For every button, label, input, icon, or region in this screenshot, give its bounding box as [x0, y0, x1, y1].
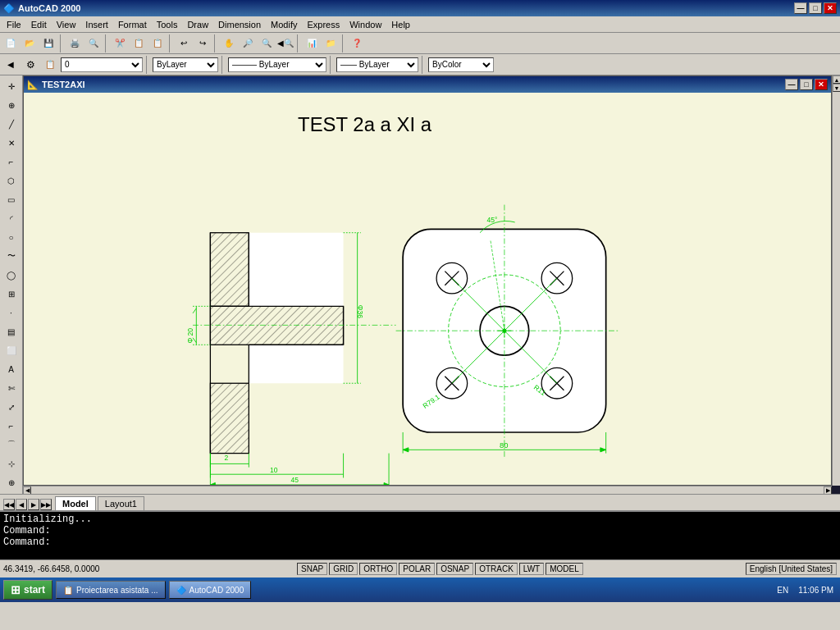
layer-props-button[interactable]: 📋 — [41, 56, 59, 74]
move-tool[interactable]: ⊹ — [2, 454, 21, 472]
sep-l1 — [146, 56, 149, 74]
menu-insert[interactable]: Insert — [80, 18, 113, 31]
construction-line-tool[interactable]: ✕ — [2, 134, 21, 152]
command-input[interactable] — [57, 536, 176, 548]
osnap-toggle[interactable]: OSNAP — [436, 563, 473, 575]
block-tool[interactable]: ⊞ — [2, 285, 21, 303]
arc-tool[interactable]: ◜ — [2, 209, 21, 227]
snap-toggle[interactable]: SNAP — [297, 563, 327, 575]
hatch-tool[interactable]: ▤ — [2, 322, 21, 340]
layer-select[interactable]: 0 — [61, 57, 143, 72]
color-select[interactable]: ByLayer — [153, 57, 218, 72]
polyline-tool[interactable]: ⌐ — [2, 153, 21, 171]
zoom-window-button[interactable]: 🔍 — [258, 34, 276, 52]
inner-maximize-button[interactable]: □ — [800, 79, 813, 90]
layer-prev-button[interactable]: ◀ — [2, 56, 20, 74]
chamfer-tool[interactable]: ⌐ — [2, 417, 21, 435]
ellipse-tool[interactable]: ◯ — [2, 266, 21, 284]
zoom-prev-button[interactable]: ◀🔍 — [276, 34, 294, 52]
crosshair-tool[interactable]: ✛ — [2, 77, 21, 95]
tab-layout1[interactable]: Layout1 — [98, 496, 144, 510]
start-button[interactable]: ⊞ start — [3, 580, 52, 600]
region-tool[interactable]: ⬜ — [2, 341, 21, 359]
tab-prev-button[interactable]: ◀ — [16, 499, 27, 510]
tab-model[interactable]: Model — [55, 496, 96, 510]
zoom-realtime-button[interactable]: 🔎 — [239, 34, 257, 52]
menu-draw[interactable]: Draw — [182, 18, 213, 31]
linetype-select[interactable]: ——— ByLayer — [228, 57, 326, 72]
copy-tool[interactable]: ⊕ — [2, 473, 21, 491]
menu-view[interactable]: View — [52, 18, 81, 31]
svg-text:80: 80 — [500, 441, 508, 450]
sep2 — [105, 34, 108, 52]
pan-button[interactable]: ✋ — [220, 34, 238, 52]
save-button[interactable]: 💾 — [39, 34, 57, 52]
tab-last-button[interactable]: ▶▶ — [40, 499, 52, 510]
trim-tool[interactable]: ✄ — [2, 379, 21, 397]
properties-button[interactable]: 📊 — [303, 34, 321, 52]
maximize-button[interactable]: □ — [809, 2, 822, 14]
text-tool[interactable]: A — [2, 492, 21, 494]
model-toggle[interactable]: MODEL — [546, 563, 583, 575]
taskbar-item-autocad[interactable]: 🔷 AutoCAD 2000 — [169, 581, 252, 599]
scroll-left-button[interactable]: ◀ — [23, 486, 31, 494]
polygon-tool[interactable]: ⬡ — [2, 171, 21, 189]
menu-express[interactable]: Express — [302, 18, 345, 31]
rectangle-tool[interactable]: ▭ — [2, 190, 21, 208]
extend-tool[interactable]: ⤢ — [2, 398, 21, 416]
point-tool[interactable]: · — [2, 304, 21, 322]
scroll-down-button[interactable]: ▼ — [833, 84, 840, 92]
grid-toggle[interactable]: GRID — [329, 563, 358, 575]
drawing-area[interactable]: 📐 TEST2AXI — □ ✕ TEST 2a a XI a — [23, 75, 840, 494]
layer-button[interactable]: ⚙ — [21, 56, 39, 74]
vertical-scrollbar[interactable]: ▲ ▼ — [832, 75, 840, 486]
polar-toggle[interactable]: POLAR — [399, 563, 435, 575]
svg-marker-65 — [403, 448, 409, 452]
lwt-toggle[interactable]: LWT — [519, 563, 544, 575]
fillet-tool[interactable]: ⌒ — [2, 436, 21, 454]
svg-marker-33 — [210, 482, 215, 485]
scroll-right-button[interactable]: ▶ — [824, 486, 832, 494]
menu-edit[interactable]: Edit — [26, 18, 52, 31]
circle-tool[interactable]: ○ — [2, 228, 21, 246]
paste-button[interactable]: 📋 — [148, 34, 167, 52]
menu-window[interactable]: Window — [345, 18, 386, 31]
tab-first-button[interactable]: ◀◀ — [3, 499, 15, 510]
ortho-toggle[interactable]: ORTHO — [359, 563, 397, 575]
menu-dimension[interactable]: Dimension — [213, 18, 266, 31]
copy-button[interactable]: 📋 — [130, 34, 148, 52]
menu-file[interactable]: File — [2, 18, 26, 31]
menu-modify[interactable]: Modify — [266, 18, 302, 31]
open-button[interactable]: 📂 — [21, 34, 39, 52]
close-button[interactable]: ✕ — [824, 2, 837, 14]
drawing-canvas[interactable]: TEST 2a a XI a — [24, 93, 831, 485]
adcenter-button[interactable]: 📁 — [322, 34, 340, 52]
lineweight-select[interactable]: —— ByLayer — [336, 57, 418, 72]
print-preview-button[interactable]: 🔍 — [84, 34, 103, 52]
redo-button[interactable]: ↪ — [194, 34, 212, 52]
otrack-toggle[interactable]: OTRACK — [475, 563, 518, 575]
scroll-up-button[interactable]: ▲ — [833, 75, 840, 84]
inner-close-button[interactable]: ✕ — [815, 79, 828, 90]
menu-tools[interactable]: Tools — [152, 18, 183, 31]
plotstyle-select[interactable]: ByColor — [428, 57, 494, 72]
menu-help[interactable]: Help — [386, 18, 415, 31]
title-bar-controls[interactable]: — □ ✕ — [794, 2, 837, 14]
print-button[interactable]: 🖨️ — [66, 34, 84, 52]
minimize-button[interactable]: — — [794, 2, 807, 14]
undo-button[interactable]: ↩ — [175, 34, 193, 52]
new-button[interactable]: 📄 — [2, 34, 20, 52]
horizontal-scrollbar[interactable]: ◀ ▶ — [23, 486, 832, 494]
snap-tool[interactable]: ⊕ — [2, 96, 21, 114]
svg-rect-5 — [249, 233, 343, 307]
multiline-text-tool[interactable]: A — [2, 360, 21, 378]
help-button[interactable]: ❓ — [348, 34, 366, 52]
spline-tool[interactable]: 〜 — [2, 247, 21, 265]
menu-format[interactable]: Format — [113, 18, 152, 31]
inner-minimize-button[interactable]: — — [785, 79, 798, 90]
inner-title-controls[interactable]: — □ ✕ — [785, 79, 828, 90]
line-tool[interactable]: ╱ — [2, 115, 21, 133]
tab-next-button[interactable]: ▶ — [28, 499, 39, 510]
cut-button[interactable]: ✂️ — [111, 34, 129, 52]
taskbar-item-proiectarea[interactable]: 📋 Proiectarea asistata ... — [56, 581, 166, 599]
